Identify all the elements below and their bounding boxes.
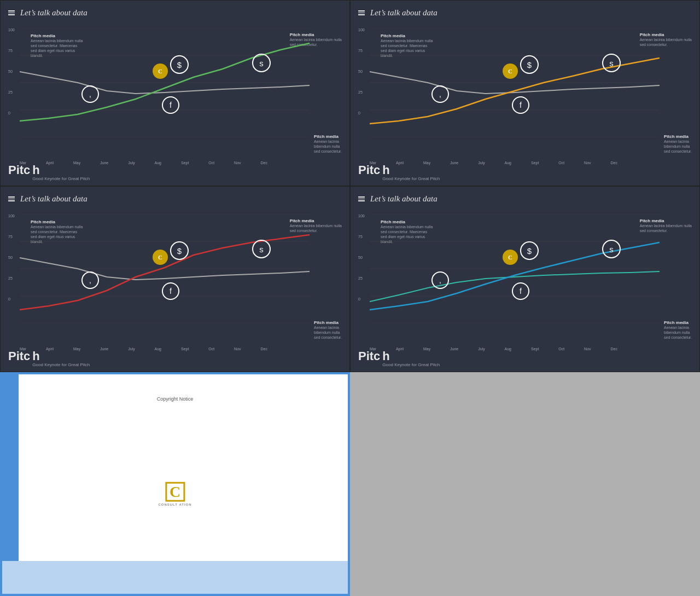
slide-3-title: Let’s talk about data (8, 194, 88, 204)
bubble-dollar-1: $ (170, 55, 189, 74)
bubble-comma-1: , (81, 85, 99, 103)
slide-3: Let’s talk about data Pitch media Aenean… (0, 186, 350, 372)
right-legend-bottom-1: Pitch media Aenean laciniabibendum nulla… (314, 134, 342, 154)
bubble-dollar-2: $ (520, 55, 539, 74)
right-legend-bottom-4: Pitch media Aenean laciniabibendum nulla… (664, 320, 692, 340)
logo-c-letter: C (165, 482, 185, 501)
slide-4-title: Let’s talk about data (358, 194, 438, 204)
bubble-f-1: f (162, 96, 179, 114)
bubble-comma-2: , (431, 85, 449, 103)
slide-1-footer: Pitc h Good Keynote for Great Pitch (8, 164, 90, 181)
menu-icon-3 (8, 196, 15, 201)
bubble-c-1: C (153, 63, 168, 79)
bubble-comma-4: , (431, 271, 449, 289)
chart-svg-4 (370, 214, 660, 323)
bubble-comma-3: , (81, 271, 99, 289)
blue-border-bottom (2, 561, 348, 594)
slide-4-footer: Pitc h Good Keynote for Great Pitch (358, 350, 440, 367)
slide-2: Let’s talk about data Pitch media Aenean… (350, 0, 700, 186)
bubble-dollar-3: $ (170, 241, 189, 260)
slide-2-title: Let’s talk about data (358, 8, 438, 18)
right-legend-bottom-3: Pitch media Aenean laciniabibendum nulla… (314, 320, 342, 340)
copyright-logo: C CONSULT ATION (158, 482, 191, 506)
bubble-c-4: C (503, 250, 518, 265)
slide-3-footer: Pitc h Good Keynote for Great Pitch (8, 350, 90, 367)
chart-svg-3 (20, 214, 310, 323)
slide-1-title: Let’s talk about data (8, 8, 88, 18)
copyright-slide: Copyright Notice C CONSULT ATION (0, 372, 350, 596)
bubble-s-1: s (252, 54, 271, 72)
chart-svg-2 (370, 28, 660, 137)
bubble-dollar-4: $ (520, 241, 539, 260)
chart-svg-1 (20, 28, 310, 137)
menu-icon-1 (8, 10, 15, 15)
bubble-s-4: s (602, 240, 621, 258)
slide-1: Let’s talk about data Pitch media Aenean… (0, 0, 350, 186)
bubble-f-2: f (512, 96, 529, 114)
bubble-s-2: s (602, 54, 621, 72)
menu-icon-2 (358, 10, 365, 15)
bubble-c-3: C (153, 250, 168, 265)
bubble-f-4: f (512, 282, 529, 300)
logo-subtext: CONSULT ATION (158, 502, 191, 506)
slide-4: Let’s talk about data Pitch media Aenean… (350, 186, 700, 372)
gray-area (350, 372, 700, 596)
copyright-text: Copyright Notice (157, 396, 194, 402)
bubble-c-2: C (503, 63, 518, 79)
menu-icon-4 (358, 196, 365, 201)
bubble-f-3: f (162, 282, 179, 300)
slide-2-footer: Pitc h Good Keynote for Great Pitch (358, 164, 440, 181)
bubble-s-3: s (252, 240, 271, 258)
right-legend-bottom-2: Pitch media Aenean laciniabibendum nulla… (664, 134, 692, 154)
